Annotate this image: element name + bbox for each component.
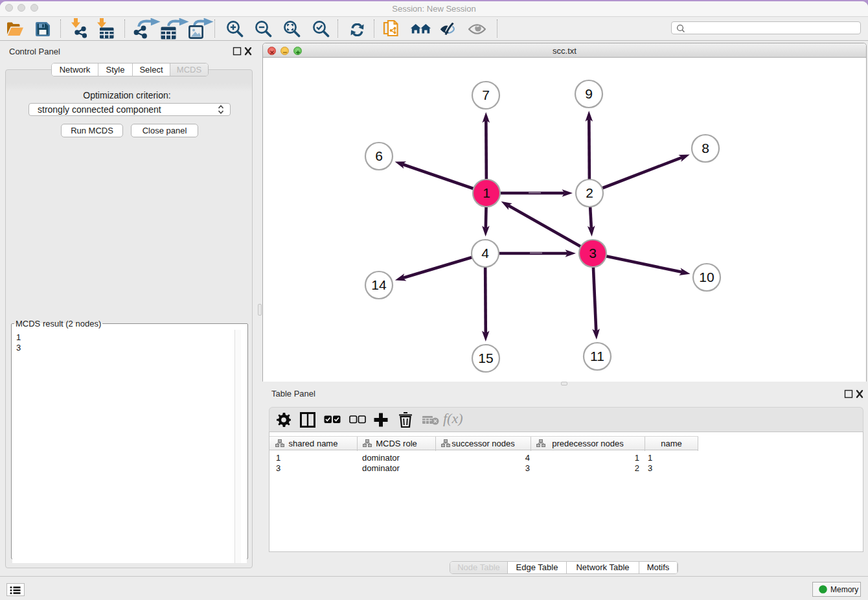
svg-text:14: 14 — [371, 277, 387, 292]
svg-text:6: 6 — [375, 148, 383, 163]
svg-text:8: 8 — [702, 141, 709, 156]
svg-text:11: 11 — [590, 349, 604, 363]
svg-text:4: 4 — [481, 246, 489, 260]
svg-text:15: 15 — [478, 351, 493, 365]
svg-text:10: 10 — [699, 270, 714, 284]
svg-text:3: 3 — [589, 246, 597, 260]
svg-text:9: 9 — [585, 86, 593, 101]
svg-text:7: 7 — [482, 87, 490, 102]
svg-text:2: 2 — [586, 185, 593, 200]
svg-text:1: 1 — [483, 185, 490, 200]
